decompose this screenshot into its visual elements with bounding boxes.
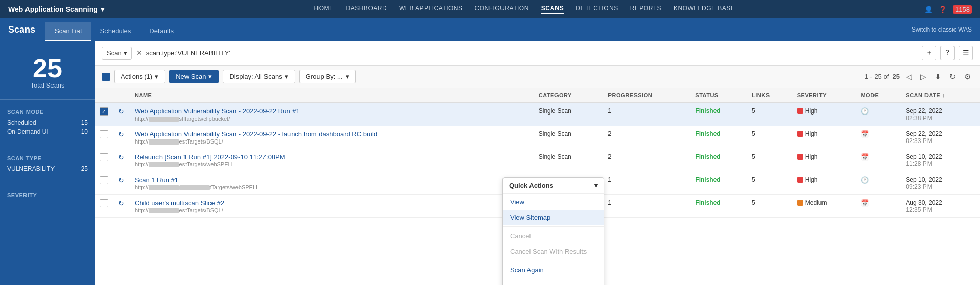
- scan-name-link[interactable]: Scan 1 Run #1: [135, 176, 528, 184]
- tab-defaults[interactable]: Defaults: [140, 22, 183, 41]
- sidebar-row-on-demand[interactable]: On-Demand UI 10: [7, 127, 88, 136]
- toolbar-right: 1 - 25 of 25 ◁ ▷ ⬇ ↻ ⚙: [865, 71, 973, 82]
- page-total: 25: [893, 73, 900, 80]
- nav-configuration[interactable]: CONFIGURATION: [475, 5, 529, 14]
- actions-button[interactable]: Actions (1) ▾: [114, 70, 165, 83]
- search-type-dropdown[interactable]: Scan ▾: [102, 47, 132, 60]
- scan-url: http://estTargets/webSPELL: [135, 161, 528, 167]
- row-checkbox-cell[interactable]: [95, 195, 113, 218]
- nav-scans[interactable]: SCANS: [541, 5, 564, 14]
- row-scan-date: Sep 10, 202209:23 PM: [900, 172, 980, 195]
- select-all-checkbox[interactable]: [102, 73, 110, 81]
- scan-mode-ondemand-label: On-Demand UI: [7, 128, 48, 135]
- qa-view-sitemap[interactable]: View Sitemap: [503, 210, 604, 225]
- qa-view[interactable]: View: [503, 194, 604, 210]
- row-checkbox-cell[interactable]: [95, 126, 113, 149]
- row-status: Finished: [690, 172, 747, 195]
- search-dropdown-label: Scan: [107, 49, 122, 57]
- app-title-text: Web Application Scanning: [8, 5, 98, 13]
- row-severity: High: [792, 103, 856, 126]
- row-checkbox-cell[interactable]: [95, 103, 113, 126]
- nav-dashboard[interactable]: DASHBOARD: [346, 5, 387, 14]
- switch-classic-button[interactable]: Switch to classic WAS: [912, 26, 972, 33]
- scan-name-link[interactable]: Child user's multiscan Slice #2: [135, 199, 528, 207]
- scan-url: http://stTargets/clipbucket/: [135, 116, 528, 122]
- sidebar-row-vulnerability[interactable]: VULNERABILITY 25: [7, 164, 88, 174]
- scan-mode-title: SCAN MODE: [7, 109, 88, 115]
- app-title[interactable]: Web Application Scanning ▾: [8, 5, 104, 13]
- qa-scan-again[interactable]: Scan Again: [503, 262, 604, 278]
- scan-name-link[interactable]: Relaunch [Scan 1 Run #1] 2022-09-10 11:2…: [135, 153, 528, 161]
- nav-right: 👤 ❓ 1158: [924, 5, 972, 14]
- row-progression: 2: [603, 126, 691, 149]
- row-category: Single Scan: [534, 126, 603, 149]
- tab-scan-list[interactable]: Scan List: [45, 22, 91, 41]
- nav-links: HOME DASHBOARD WEB APPLICATIONS CONFIGUR…: [125, 5, 924, 14]
- quick-actions-title: Quick Actions: [509, 182, 553, 189]
- row-scan-date: Sep 22, 202202:33 PM: [900, 126, 980, 149]
- scan-name-link[interactable]: Web Application Vulnerability Scan - 202…: [135, 107, 528, 115]
- display-dropdown[interactable]: Display: All Scans ▾: [223, 70, 295, 83]
- next-page-button[interactable]: ▷: [918, 71, 929, 82]
- refresh-button[interactable]: ↻: [947, 71, 958, 82]
- row-mode: 📅: [856, 149, 900, 172]
- nav-reports[interactable]: REPORTS: [630, 5, 661, 14]
- search-help-button[interactable]: ？: [940, 46, 955, 60]
- toolbar: Actions (1) ▾ New Scan ▾ Display: All Sc…: [95, 66, 980, 88]
- row-severity: Medium: [792, 195, 856, 218]
- group-by-dropdown[interactable]: Group By: ... ▾: [299, 70, 356, 83]
- download-button[interactable]: ⬇: [933, 71, 943, 82]
- search-query-text: scan.type:'VULNERABILITY': [146, 49, 918, 57]
- row-severity: High: [792, 126, 856, 149]
- row-category: Single Scan: [534, 103, 603, 126]
- help-icon[interactable]: ❓: [939, 6, 947, 13]
- scan-name-link[interactable]: Web Application Vulnerability Scan - 202…: [135, 130, 528, 138]
- tab-schedules[interactable]: Schedules: [91, 22, 141, 41]
- severity-section: SEVERITY: [0, 189, 95, 205]
- col-category: CATEGORY: [534, 88, 603, 103]
- add-filter-button[interactable]: ＋: [922, 46, 936, 60]
- qa-delete[interactable]: Delete: [503, 280, 604, 285]
- nav-home[interactable]: HOME: [314, 5, 334, 14]
- row-name-cell: Scan 1 Run #1 http://tTargets/webSPELL: [129, 172, 534, 195]
- settings-button[interactable]: ⚙: [962, 71, 973, 82]
- sidebar-row-scheduled[interactable]: Scheduled 15: [7, 118, 88, 127]
- row-icon-cell: ↻: [113, 103, 129, 126]
- row-progression: 1: [603, 172, 691, 195]
- search-actions: ＋ ？ ☰: [922, 46, 973, 60]
- row-status: Finished: [690, 103, 747, 126]
- chevron-down-icon: ▾: [208, 73, 212, 80]
- search-menu-button[interactable]: ☰: [959, 46, 973, 60]
- scan-mode-scheduled-count: 15: [81, 119, 88, 126]
- scan-url: http://tTargets/webSPELL: [135, 184, 528, 190]
- row-icon-cell: ↻: [113, 195, 129, 218]
- nav-web-applications[interactable]: WEB APPLICATIONS: [399, 5, 462, 14]
- row-mode: 🕐: [856, 172, 900, 195]
- search-bar: Scan ▾ ✕ scan.type:'VULNERABILITY' ＋ ？ ☰: [95, 41, 980, 66]
- row-status: Finished: [690, 195, 747, 218]
- top-navigation: Web Application Scanning ▾ HOME DASHBOAR…: [0, 0, 980, 18]
- total-count: 25 Total Scans: [0, 49, 95, 93]
- new-scan-button[interactable]: New Scan ▾: [169, 70, 219, 83]
- row-checkbox-cell[interactable]: [95, 172, 113, 195]
- search-clear-button[interactable]: ✕: [136, 49, 142, 57]
- total-number: 25: [0, 55, 95, 81]
- row-scan-date: Sep 10, 202211:28 PM: [900, 149, 980, 172]
- nav-knowledge-base[interactable]: KNOWLEDGE BASE: [674, 5, 735, 14]
- chevron-down-icon: ▾: [101, 5, 104, 13]
- row-progression: 2: [603, 149, 691, 172]
- prev-page-button[interactable]: ◁: [904, 71, 914, 82]
- row-mode: 📅: [856, 195, 900, 218]
- quick-actions-close[interactable]: ▾: [594, 182, 598, 189]
- notification-badge[interactable]: 1158: [953, 5, 972, 14]
- row-icon-cell: ↻: [113, 149, 129, 172]
- content-area: Scan ▾ ✕ scan.type:'VULNERABILITY' ＋ ？ ☰…: [95, 41, 980, 285]
- page-title: Scans: [8, 24, 35, 35]
- user-icon[interactable]: 👤: [924, 6, 933, 13]
- scan-mode-scheduled-label: Scheduled: [7, 119, 36, 126]
- chevron-down-icon: ▾: [124, 49, 127, 57]
- page-info-text: 1 - 25 of: [865, 73, 889, 80]
- nav-detections[interactable]: DETECTIONS: [576, 5, 618, 14]
- row-links: 5: [747, 103, 792, 126]
- row-checkbox-cell[interactable]: [95, 149, 113, 172]
